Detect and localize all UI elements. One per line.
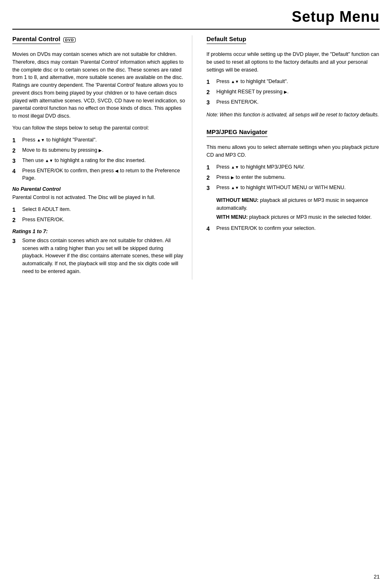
mp3-jpeg-section: MP3/JPEG Navigator This menu allows you … bbox=[207, 128, 380, 233]
left-column: Parental Control DVD Movies on DVDs may … bbox=[12, 35, 192, 280]
default-title-row: Default Setup bbox=[207, 35, 380, 47]
default-setup-title: Default Setup bbox=[207, 35, 247, 44]
step4-num: 4 bbox=[207, 225, 213, 233]
list-item: 2 Highlight RESET by pressing . bbox=[207, 88, 380, 97]
mp3-jpeg-title: MP3/JPEG Navigator bbox=[207, 128, 267, 137]
page-container: Setup Menu Parental Control DVD Movies o… bbox=[0, 0, 392, 588]
list-item: 1 Press to highlight MP3/JPEG NAV. bbox=[207, 163, 380, 172]
default-setup-note: Note: When this function is activated, a… bbox=[207, 111, 380, 118]
parental-control-title: Parental Control bbox=[12, 35, 60, 44]
parental-intro: Movies on DVDs may contain scenes which … bbox=[12, 51, 186, 120]
ratings-step-num: 3 bbox=[12, 237, 19, 245]
list-item: 1 Press to highlight "Parental". bbox=[12, 136, 186, 145]
mp3-step4-list: 4 Press ENTER/OK to confirm your selecti… bbox=[207, 225, 380, 233]
page-title: Setup Menu bbox=[292, 8, 380, 25]
no-parental-steps: 1 Select 8 ADULT item. 2 Press ENTER/OK. bbox=[12, 206, 186, 225]
step-text: Press ENTER/OK. bbox=[22, 216, 65, 224]
parental-follow-text: You can follow the steps below to setup … bbox=[12, 124, 186, 132]
list-item: 4 Press ENTER/OK to confirm, then press … bbox=[12, 167, 186, 183]
no-parental-title: No Parental Control bbox=[12, 186, 186, 192]
list-item: 3 Press ENTER/OK. bbox=[207, 98, 380, 107]
with-menu-text: playback pictures or MP3 music in the se… bbox=[249, 214, 371, 220]
two-col-layout: Parental Control DVD Movies on DVDs may … bbox=[12, 35, 380, 280]
default-steps-list: 1 Press to highlight "Default". 2 Highli… bbox=[207, 78, 380, 107]
without-menu-label: WITHOUT MENU: bbox=[217, 197, 259, 203]
step-text: Select 8 ADULT item. bbox=[22, 206, 71, 213]
list-item: 1 Select 8 ADULT item. bbox=[12, 206, 186, 214]
list-item: 3 Then use to highlight a rating for the… bbox=[12, 157, 186, 165]
mp3-jpeg-intro: This menu allows you to select alternate… bbox=[207, 144, 380, 159]
no-parental-body: Parental Control is not activated. The D… bbox=[12, 194, 186, 201]
ratings-body: Some discs contain scenes which are not … bbox=[22, 237, 186, 275]
list-item: 2 Press ENTER/OK. bbox=[12, 216, 186, 225]
ratings-section: Ratings 1 to 7: 3 Some discs contain sce… bbox=[12, 229, 186, 275]
list-item: 3 Press to highlight WITHOUT MENU or WIT… bbox=[207, 184, 380, 192]
parental-steps-list: 1 Press to highlight "Parental". 2 Move … bbox=[12, 136, 186, 183]
ratings-title: Ratings 1 to 7: bbox=[12, 229, 186, 234]
list-item: 2 Move to its submenu by pressing . bbox=[12, 146, 186, 155]
parental-title-row: Parental Control DVD bbox=[12, 35, 186, 47]
step4-text: Press ENTER/OK to confirm your selection… bbox=[217, 225, 316, 232]
parental-control-section: Parental Control DVD Movies on DVDs may … bbox=[12, 35, 186, 275]
right-column: Default Setup If problems occur while se… bbox=[205, 35, 380, 280]
list-item: 2 Press to enter the submenu. bbox=[207, 174, 380, 182]
mp3-steps-list: 1 Press to highlight MP3/JPEG NAV. 2 Pre… bbox=[207, 163, 380, 192]
list-item: 3 Some discs contain scenes which are no… bbox=[12, 237, 186, 275]
ratings-steps: 3 Some discs contain scenes which are no… bbox=[12, 237, 186, 275]
list-item: 1 Press to highlight "Default". bbox=[207, 78, 380, 86]
page-number: 21 bbox=[374, 574, 380, 580]
header-rule bbox=[12, 29, 380, 30]
page-header: Setup Menu bbox=[12, 8, 380, 25]
mp3-title-row: MP3/JPEG Navigator bbox=[207, 128, 380, 140]
without-menu-block: WITHOUT MENU: playback all pictures or M… bbox=[217, 197, 380, 212]
default-setup-intro: If problems occur while setting up the D… bbox=[207, 51, 380, 74]
with-menu-block: WITH MENU: playback pictures or MP3 musi… bbox=[217, 213, 380, 221]
with-menu-label: WITH MENU: bbox=[217, 214, 248, 220]
list-item: 4 Press ENTER/OK to confirm your selecti… bbox=[207, 225, 380, 233]
default-setup-section: Default Setup If problems occur while se… bbox=[207, 35, 380, 118]
no-parental-section: No Parental Control Parental Control is … bbox=[12, 186, 186, 225]
dvd-badge: DVD bbox=[63, 37, 76, 42]
